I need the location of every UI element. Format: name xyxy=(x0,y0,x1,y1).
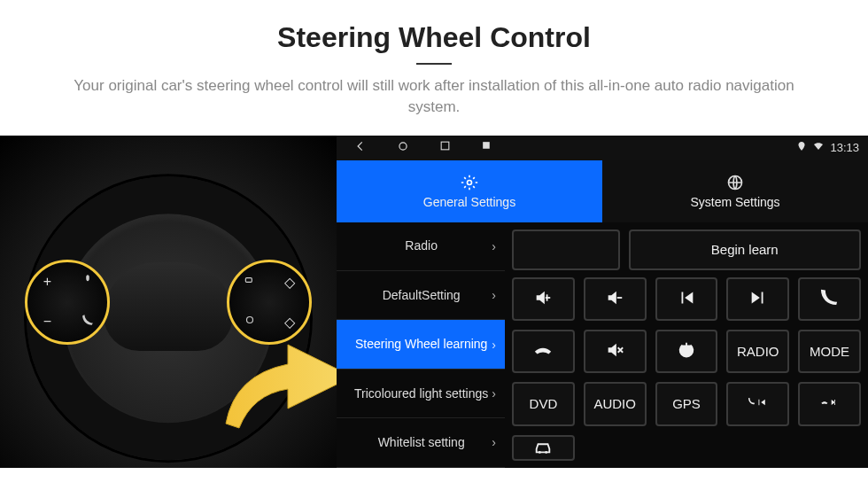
cycle-icon xyxy=(244,314,256,330)
radio-button[interactable]: RADIO xyxy=(726,330,789,373)
sidebar-item-steering-wheel[interactable]: Steering Wheel learning› xyxy=(337,320,505,369)
sidebar-item-label: Steering Wheel learning xyxy=(351,337,492,352)
power-icon xyxy=(677,340,696,362)
chevron-right-icon: › xyxy=(492,435,496,449)
steering-wheel-photo: + − ◇ ◇ xyxy=(0,136,337,468)
wheel-right-controls: ◇ ◇ xyxy=(227,260,312,345)
title-divider xyxy=(416,63,452,65)
wheel-left-controls: + − xyxy=(25,260,110,345)
settings-main: Radio› DefaultSetting› Steering Wheel le… xyxy=(337,222,868,468)
sidebar-item-label: Radio xyxy=(351,238,492,253)
sidebar-item-label: DefaultSetting xyxy=(351,288,492,303)
settings-tabs: General Settings System Settings xyxy=(337,160,868,222)
screenshot-icon[interactable] xyxy=(481,140,492,155)
diamond-down-icon: ◇ xyxy=(284,314,295,331)
sidebar-item-whitelist[interactable]: Whitelist setting› xyxy=(337,418,505,467)
button-label: GPS xyxy=(672,396,701,411)
chevron-right-icon: › xyxy=(492,239,496,253)
begin-learn-label: Begin learn xyxy=(711,242,779,257)
dvd-button[interactable]: DVD xyxy=(512,382,575,425)
swc-button-grid: RADIOMODEDVDAUDIOGPS xyxy=(512,277,861,461)
car-button[interactable] xyxy=(512,435,575,461)
svg-rect-0 xyxy=(245,278,252,283)
chevron-right-icon: › xyxy=(492,386,496,401)
tab-system-settings[interactable]: System Settings xyxy=(602,160,868,222)
clock-label: 13:13 xyxy=(830,141,859,154)
hangup-icon xyxy=(533,340,553,362)
page-title: Steering Wheel Control xyxy=(35,21,833,54)
phone-prev-icon xyxy=(748,393,768,415)
svg-point-2 xyxy=(399,143,407,150)
prev-icon xyxy=(677,288,696,310)
voice-icon xyxy=(81,274,94,290)
volume-up-button[interactable] xyxy=(512,277,575,321)
recents-icon[interactable] xyxy=(439,140,451,155)
sidebar-item-label: Tricoloured light settings xyxy=(351,386,492,401)
gps-status-icon xyxy=(796,141,807,154)
svg-rect-3 xyxy=(441,142,449,150)
prev-track-button[interactable] xyxy=(655,277,718,321)
minus-icon: − xyxy=(43,314,51,330)
svg-point-5 xyxy=(468,180,472,184)
begin-learn-button[interactable]: Begin learn xyxy=(629,230,862,270)
settings-sidebar: Radio› DefaultSetting› Steering Wheel le… xyxy=(337,222,505,468)
page-subtitle: Your original car's steering wheel contr… xyxy=(53,75,815,118)
vol-up-icon xyxy=(533,288,553,310)
tab-label: System Settings xyxy=(690,195,779,209)
button-label: MODE xyxy=(810,344,849,359)
chevron-right-icon: › xyxy=(492,288,496,302)
wheel-hub xyxy=(104,262,233,351)
svg-point-1 xyxy=(246,317,252,323)
sidebar-item-default[interactable]: DefaultSetting› xyxy=(337,271,505,320)
gps-button[interactable]: GPS xyxy=(655,382,718,425)
svg-rect-4 xyxy=(483,142,490,149)
car-icon xyxy=(533,437,553,459)
phone-icon xyxy=(81,314,94,330)
gear-icon xyxy=(461,174,478,191)
mode-button[interactable]: MODE xyxy=(798,330,861,373)
tab-label: General Settings xyxy=(423,195,515,209)
plus-icon: + xyxy=(43,274,51,290)
svg-point-8 xyxy=(546,451,548,454)
button-label: DVD xyxy=(530,396,558,411)
volume-down-button[interactable] xyxy=(584,277,647,321)
source-icon xyxy=(244,274,256,290)
phone-icon xyxy=(820,288,840,310)
next-icon xyxy=(748,288,768,310)
tab-general-settings[interactable]: General Settings xyxy=(337,160,602,222)
android-status-bar: 13:13 xyxy=(337,136,868,160)
phone-prev-button[interactable] xyxy=(726,382,789,425)
back-icon[interactable] xyxy=(354,140,367,155)
content-row: + − ◇ ◇ 13 xyxy=(0,136,868,468)
hangup-button[interactable] xyxy=(512,330,575,373)
wifi-icon xyxy=(812,141,825,154)
learn-panel: Begin learn RADIOMODEDVDAUDIOGPS xyxy=(505,222,868,468)
sidebar-item-radio[interactable]: Radio› xyxy=(337,222,505,271)
arrow-highlight xyxy=(221,339,337,437)
audio-button[interactable]: AUDIO xyxy=(584,382,647,425)
phone-next-icon xyxy=(820,393,840,415)
globe-icon xyxy=(726,174,744,191)
button-label: RADIO xyxy=(737,344,779,359)
next-track-button[interactable] xyxy=(726,277,789,321)
diamond-up-icon: ◇ xyxy=(284,274,295,291)
chevron-right-icon: › xyxy=(492,338,496,352)
vol-down-icon xyxy=(605,288,624,310)
mute-icon xyxy=(605,340,624,362)
sidebar-item-label: Whitelist setting xyxy=(351,435,492,450)
power-button[interactable] xyxy=(655,330,718,373)
svg-point-7 xyxy=(539,451,541,454)
sidebar-item-tricoloured[interactable]: Tricoloured light settings› xyxy=(337,370,505,418)
head-unit-screen: 13:13 General Settings System Settings R… xyxy=(337,136,868,468)
home-icon[interactable] xyxy=(397,140,409,155)
learn-status-box xyxy=(512,230,620,270)
phone-button[interactable] xyxy=(798,277,861,321)
mute-button[interactable] xyxy=(584,330,647,373)
page-header: Steering Wheel Control Your original car… xyxy=(0,0,868,128)
button-label: AUDIO xyxy=(593,396,636,411)
phone-next-button[interactable] xyxy=(798,382,861,425)
